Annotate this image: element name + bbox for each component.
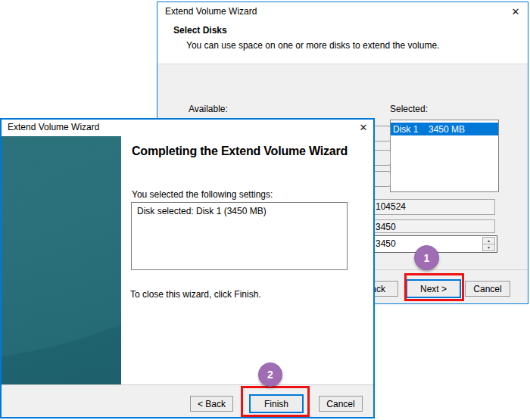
disk-size: 3450 MB xyxy=(429,124,465,135)
dialog-footer: < Back Finish Cancel xyxy=(2,384,373,417)
step-2-badge: 2 xyxy=(258,362,282,387)
settings-line: Disk selected: Disk 1 (3450 MB) xyxy=(137,206,341,216)
list-item-disk1[interactable]: Disk 1 3450 MB xyxy=(391,123,498,135)
page-subtitle: You can use space on one or more disks t… xyxy=(186,40,439,51)
wizard-watermark-sidebar xyxy=(2,136,121,384)
highlight-box-finish-button xyxy=(241,386,310,417)
cancel-button[interactable]: Cancel xyxy=(319,396,363,412)
close-icon[interactable]: ✕ xyxy=(509,5,522,19)
total-volume-size-field[interactable]: 104524 xyxy=(372,199,495,215)
window-title: Extend Volume Wizard xyxy=(165,6,257,17)
closing-note: To close this wizard, click Finish. xyxy=(130,289,261,300)
completing-wizard-window: Extend Volume Wizard ✕ Completing the Ex… xyxy=(0,118,375,418)
amount-of-space-value: 3450 xyxy=(376,238,396,249)
screenshot-stage: Extend Volume Wizard ✕ Select Disks You … xyxy=(0,0,530,420)
back-button[interactable]: < Back xyxy=(190,396,233,412)
titlebar: Extend Volume Wizard ✕ xyxy=(2,120,373,136)
wizard-page-header: Select Disks You can use space on one or… xyxy=(157,20,528,64)
selected-label: Selected: xyxy=(390,104,428,114)
maximum-available-space-field[interactable]: 3450 xyxy=(372,219,495,233)
spinner-control: ▲ ▼ xyxy=(482,237,495,251)
completion-heading: Completing the Extend Volume Wizard xyxy=(132,144,359,159)
disk-name: Disk 1 xyxy=(391,124,429,135)
highlight-box-next-button xyxy=(404,273,464,301)
cancel-button[interactable]: Cancel xyxy=(465,281,510,297)
page-title: Select Disks xyxy=(173,25,227,36)
settings-summary-list[interactable]: Disk selected: Disk 1 (3450 MB) xyxy=(131,202,348,270)
step-1-badge: 1 xyxy=(414,245,439,270)
close-icon[interactable]: ✕ xyxy=(357,121,370,135)
spinner-up-icon[interactable]: ▲ xyxy=(482,237,495,244)
available-label: Available: xyxy=(189,104,228,114)
settings-intro-text: You selected the following settings: xyxy=(132,189,273,200)
spinner-down-icon[interactable]: ▼ xyxy=(482,244,495,251)
selected-disks-list[interactable]: Disk 1 3450 MB xyxy=(390,120,499,192)
window-title: Extend Volume Wizard xyxy=(8,122,99,132)
titlebar: Extend Volume Wizard ✕ xyxy=(157,2,528,20)
